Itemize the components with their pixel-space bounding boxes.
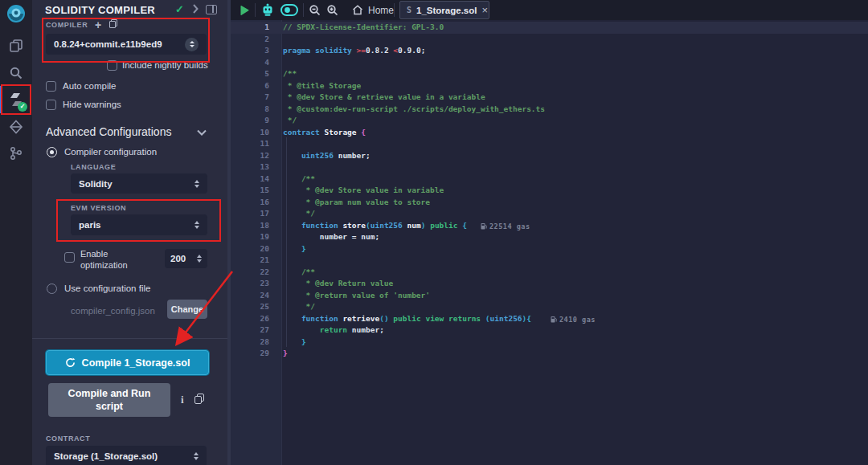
code-line: 12 uint256 number; — [231, 150, 868, 162]
contract-value: Storage (1_Storage.sol) — [54, 451, 189, 461]
hide-warnings-label: Hide warnings — [63, 100, 121, 109]
line-number: 14 — [231, 173, 269, 186]
code-text: } — [283, 243, 306, 255]
copy-icon[interactable] — [194, 394, 204, 404]
code-text: function store(uint256 num) public { — [283, 220, 467, 232]
topbar-separator — [303, 3, 304, 17]
file-tab-label: 1_Storage.sol — [416, 6, 477, 15]
code-line: 15 * @dev Store value in variable — [231, 185, 868, 197]
line-number: 29 — [231, 348, 269, 360]
language-label: LANGUAGE — [71, 163, 116, 171]
line-number: 6 — [231, 80, 269, 92]
code-text: function retrieve() public view returns … — [283, 313, 531, 325]
copy-compiler-icon[interactable] — [109, 19, 117, 28]
updown-arrows-icon — [194, 452, 199, 460]
theme-toggle-icon[interactable] — [278, 0, 301, 20]
panel-divider — [32, 338, 231, 339]
search-icon[interactable] — [0, 59, 32, 87]
optimization-runs-input[interactable]: 200 — [165, 249, 207, 268]
line-number: 9 — [231, 115, 269, 127]
compiler-version-select[interactable]: 0.8.24+commit.e11b9ed9 — [46, 34, 207, 55]
compiled-check-icon: ✓ — [175, 3, 184, 15]
code-line: 26 function retrieve() public view retur… — [231, 313, 868, 325]
code-line: 1// SPDX-License-Identifier: GPL-3.0 — [231, 22, 868, 34]
solidity-file-icon: S — [407, 6, 411, 14]
chevron-down-icon[interactable] — [197, 129, 207, 136]
code-text: * @param num value to store — [283, 197, 430, 209]
zoom-in-icon[interactable] — [323, 0, 341, 20]
updown-arrows-icon — [194, 180, 199, 188]
nightly-builds-checkbox[interactable] — [107, 60, 117, 71]
chevron-right-icon[interactable] — [192, 4, 199, 14]
code-line: 22 /** — [231, 267, 868, 279]
line-number: 2 — [231, 34, 269, 46]
code-text: } — [283, 337, 306, 349]
compiler-configuration-radio[interactable] — [47, 147, 57, 157]
updown-arrows-icon — [197, 255, 202, 263]
panel-scrollbar[interactable] — [227, 0, 231, 465]
panel-title: SOLIDITY COMPILER — [45, 4, 155, 16]
code-line: 27 return number; — [231, 324, 868, 337]
code-line: 11 — [231, 138, 868, 150]
optimization-runs-value: 200 — [170, 254, 192, 263]
code-line: 19 number = num; — [231, 231, 868, 243]
evm-version-select[interactable]: paris — [71, 214, 207, 235]
code-text: number = num; — [283, 231, 379, 243]
home-tab-label: Home — [368, 5, 394, 16]
gas-estimate-badge: 22514 gas — [481, 221, 530, 233]
tab-home[interactable]: Home — [346, 0, 400, 20]
compile-button[interactable]: Compile 1_Storage.sol — [46, 350, 209, 375]
change-config-button[interactable]: Change — [167, 300, 207, 319]
line-number: 20 — [231, 243, 269, 255]
code-text: * @return value of 'number' — [283, 290, 430, 302]
use-configuration-file-radio[interactable] — [47, 283, 57, 294]
language-select[interactable]: Solidity — [71, 173, 207, 194]
code-text: } — [283, 348, 288, 360]
active-plugin-indicator — [0, 86, 2, 113]
compile-and-run-button[interactable]: Compile and Run script — [48, 383, 170, 417]
code-editor[interactable]: 1// SPDX-License-Identifier: GPL-3.023pr… — [231, 20, 868, 465]
auto-compile-checkbox[interactable] — [46, 81, 56, 92]
gas-pump-icon — [551, 316, 557, 323]
code-text: * @dev Return value — [283, 278, 393, 290]
advanced-configurations-title[interactable]: Advanced Configurations — [46, 125, 171, 138]
line-number: 4 — [231, 57, 269, 69]
ai-assistant-icon[interactable] — [257, 0, 278, 20]
compiler-section-label: COMPILER — [46, 21, 88, 29]
code-line: 29} — [231, 348, 868, 360]
code-line: 5/** — [231, 68, 868, 80]
remix-logo-icon[interactable] — [0, 0, 32, 27]
solidity-compiler-icon[interactable]: ✓ — [0, 86, 32, 113]
add-compiler-icon[interactable]: + — [95, 18, 101, 31]
language-value: Solidity — [79, 179, 190, 189]
contract-select[interactable]: Storage (1_Storage.sol) — [46, 446, 207, 465]
file-explorer-icon[interactable] — [0, 32, 32, 59]
git-icon[interactable] — [0, 140, 32, 167]
evm-version-label: EVM VERSION — [71, 204, 126, 212]
enable-optimization-checkbox[interactable] — [64, 252, 75, 263]
gas-estimate-badge: 2410 gas — [551, 314, 596, 326]
code-line: 28 } — [231, 337, 868, 349]
close-tab-icon[interactable]: × — [481, 4, 488, 16]
home-icon — [352, 5, 363, 15]
code-line: 13 — [231, 161, 868, 173]
code-lines: 1// SPDX-License-Identifier: GPL-3.023pr… — [231, 22, 868, 360]
code-text: contract Storage { — [283, 127, 366, 139]
hide-warnings-checkbox[interactable] — [46, 100, 56, 110]
config-file-name: compiler_config.json — [71, 306, 155, 316]
info-icon[interactable]: i — [181, 394, 184, 406]
compile-success-badge-icon: ✓ — [18, 102, 27, 112]
line-number: 23 — [231, 278, 269, 290]
code-line: 17 */ — [231, 208, 868, 220]
code-text: */ — [283, 208, 315, 220]
deploy-and-run-icon[interactable] — [0, 113, 32, 141]
pin-panel-icon[interactable] — [206, 5, 217, 14]
run-script-icon[interactable] — [235, 0, 254, 20]
code-text: * @title Storage — [283, 80, 361, 92]
code-text: * @custom:dev-run-script ./scripts/deplo… — [283, 104, 545, 116]
code-text: * @dev Store value in variable — [283, 185, 444, 197]
zoom-out-icon[interactable] — [305, 0, 323, 20]
code-line: 21 — [231, 255, 868, 267]
line-number: 17 — [231, 208, 269, 220]
tab-1-storage-sol[interactable]: S 1_Storage.sol × — [399, 1, 489, 19]
